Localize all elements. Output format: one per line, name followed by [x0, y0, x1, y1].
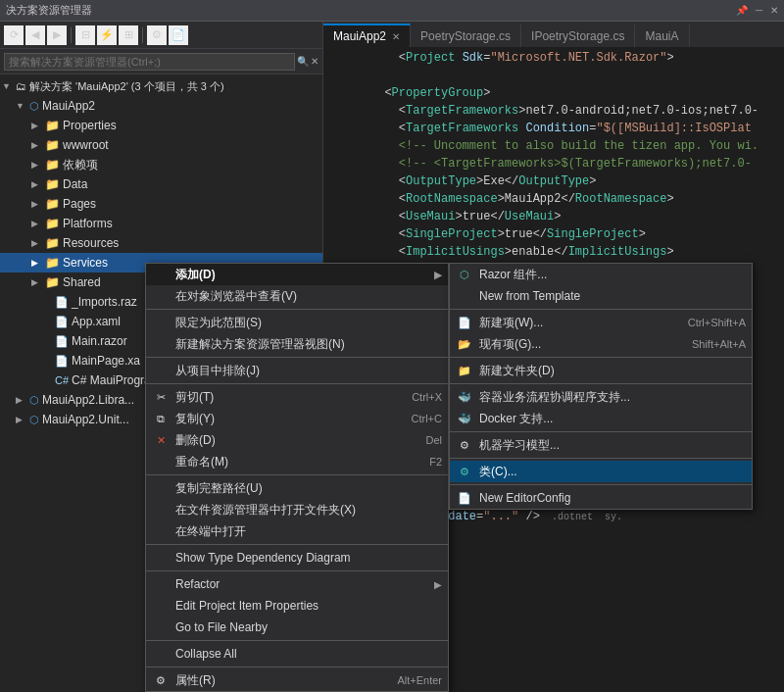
ctx-label: 属性(R) — [175, 672, 216, 689]
item-label: MauiApp2.Unit... — [42, 413, 129, 426]
ctx-label: 删除(D) — [175, 432, 216, 449]
search-clear-icon[interactable]: ✕ — [311, 56, 318, 67]
ctx-sep-6 — [146, 570, 448, 571]
close-icon[interactable]: ✕ — [770, 5, 778, 16]
project-icon: ⬡ — [29, 394, 39, 407]
sub-sep-5 — [450, 458, 752, 459]
ctx-delete[interactable]: ✕ 删除(D) Del — [146, 429, 448, 451]
ctx-label: Show Type Dependency Diagram — [175, 551, 351, 565]
tree-item-deps[interactable]: ▶ 📁 依赖项 — [0, 155, 322, 174]
tree-item-resources[interactable]: ▶ 📁 Resources — [0, 233, 322, 253]
ctx-collapse-all[interactable]: Collapse All — [146, 643, 448, 665]
delete-shortcut: Del — [425, 434, 442, 446]
tab-close-btn[interactable]: ✕ — [392, 31, 400, 42]
project-mauiapp2[interactable]: ▼ ⬡ MauiApp2 — [0, 96, 322, 116]
tree-item-data[interactable]: ▶ 📁 Data — [0, 174, 322, 194]
sub-new-folder[interactable]: 📁 新建文件夹(D) — [450, 360, 752, 381]
sub-existing-item[interactable]: 📂 现有项(G)... Shift+Alt+A — [450, 333, 752, 355]
editorconfig-icon: 📄 — [456, 492, 473, 505]
new-solution-button[interactable]: 📄 — [169, 25, 188, 45]
sub-sep-4 — [450, 431, 752, 432]
tree-item-platforms[interactable]: ▶ 📁 Platforms — [0, 214, 322, 233]
tab-mauia[interactable]: MauiA — [635, 24, 689, 47]
collapse-button[interactable]: ⊟ — [75, 25, 95, 45]
tab-label: MauiA — [645, 29, 678, 43]
code-line-10: <UseMaui>true</UseMaui> — [323, 210, 784, 227]
ctx-show-type-dep[interactable]: Show Type Dependency Diagram — [146, 547, 448, 568]
ctx-sep-8 — [146, 667, 448, 667]
ctx-open-explorer[interactable]: 在文件资源管理器中打开文件夹(X) — [146, 499, 448, 520]
sub-sep-6 — [450, 484, 752, 485]
rename-shortcut: F2 — [429, 456, 442, 468]
sub-new-editorconfig[interactable]: 📄 New EditorConfig — [450, 487, 752, 509]
ctx-view-in-browser[interactable]: 在对象浏览器中查看(V) — [146, 285, 448, 307]
ctx-properties[interactable]: ⚙ 属性(R) Alt+Enter — [146, 669, 448, 691]
ctx-label: Edit Project Item Properties — [175, 599, 318, 613]
sub-ml-model[interactable]: ⚙ 机器学习模型... — [450, 434, 752, 456]
expand-icon: ▼ — [2, 81, 16, 91]
code-line-4: <TargetFrameworks>net7.0-android;net7.0-… — [323, 104, 784, 122]
ctx-copy[interactable]: ⧉ 复制(Y) Ctrl+C — [146, 408, 448, 429]
ctx-limit-scope[interactable]: 限定为此范围(S) — [146, 312, 448, 333]
ctx-goto-file[interactable]: Go to File Nearby — [146, 617, 448, 638]
ctx-edit-props[interactable]: Edit Project Item Properties — [146, 595, 448, 617]
ctx-new-view[interactable]: 新建解决方案资源管理器视图(N) — [146, 333, 448, 355]
tab-mauiapp2[interactable]: MauiApp2 ✕ — [323, 24, 411, 47]
refactor-arrow: ▶ — [434, 579, 442, 590]
minimize-icon[interactable]: ─ — [756, 5, 762, 16]
pin-icon[interactable]: 📌 — [736, 5, 748, 16]
ctx-cut[interactable]: ✂ 剪切(T) Ctrl+X — [146, 386, 448, 408]
file-icon: 📄 — [55, 296, 69, 309]
ctx-exclude[interactable]: 从项目中排除(J) — [146, 360, 448, 381]
code-line-7: <!-- <TargetFrameworks>$(TargetFramework… — [323, 157, 784, 174]
sub-label: 类(C)... — [479, 464, 517, 480]
back-button[interactable]: ◀ — [25, 25, 45, 45]
folder-icon: 📁 — [45, 236, 60, 250]
item-label: Data — [63, 177, 87, 191]
sub-new-from-template[interactable]: New from Template — [450, 285, 752, 307]
toolbar-separator — [71, 27, 72, 43]
view-button[interactable]: ⊞ — [119, 25, 138, 45]
item-label: wwwroot — [63, 138, 109, 152]
ctx-add[interactable]: 添加(D) ▶ — [146, 264, 448, 285]
search-input[interactable] — [4, 53, 295, 71]
ctx-sep-3 — [146, 383, 448, 384]
tab-poetrystorage[interactable]: PoetryStorage.cs — [411, 24, 521, 47]
sub-docker-support[interactable]: 🐳 Docker 支持... — [450, 408, 752, 429]
folder-icon: 📁 — [45, 138, 60, 152]
ctx-open-terminal[interactable]: 在终端中打开 — [146, 520, 448, 542]
tree-item-pages[interactable]: ▶ 📁 Pages — [0, 194, 322, 214]
ml-icon: ⚙ — [456, 439, 473, 452]
sub-container-support[interactable]: 🐳 容器业务流程协调程序支持... — [450, 386, 752, 408]
delete-icon: ✕ — [152, 434, 170, 447]
ctx-label: 剪切(T) — [175, 389, 214, 406]
properties-icon: ⚙ — [152, 674, 170, 687]
sub-label: 现有项(G)... — [479, 336, 541, 353]
solution-root[interactable]: ▼ 🗂 解决方案 'MauiApp2' (3 个项目，共 3 个) — [0, 76, 322, 96]
search-submit-icon[interactable]: 🔍 — [297, 56, 309, 67]
ctx-sep-4 — [146, 474, 448, 475]
sub-class[interactable]: ⚙ 类(C)... — [450, 461, 752, 482]
folder-icon: 📁 — [45, 119, 60, 132]
ctx-sep-5 — [146, 544, 448, 545]
sub-new-item[interactable]: 📄 新建项(W)... Ctrl+Shift+A — [450, 312, 752, 333]
sync-button[interactable]: ⟳ — [4, 25, 24, 45]
settings-button[interactable]: ⚙ — [147, 25, 167, 45]
tree-item-properties[interactable]: ▶ 📁 Properties — [0, 116, 322, 135]
docker-icon: 🐳 — [456, 413, 473, 425]
item-label: MauiApp2.Libra... — [42, 393, 134, 407]
project-icon: ⬡ — [29, 414, 39, 426]
ctx-copy-fullpath[interactable]: 复制完整路径(U) — [146, 477, 448, 499]
submenu: ⬡ Razor 组件... New from Template 📄 新建项(W)… — [449, 263, 753, 510]
forward-button[interactable]: ▶ — [47, 25, 67, 45]
tree-item-wwwroot[interactable]: ▶ 📁 wwwroot — [0, 135, 322, 155]
context-menu: 添加(D) ▶ 在对象浏览器中查看(V) 限定为此范围(S) 新建解决方案资源管… — [145, 263, 449, 692]
sub-label: Docker 支持... — [479, 411, 553, 427]
ctx-refactor[interactable]: Refactor ▶ — [146, 573, 448, 595]
ctx-rename[interactable]: 重命名(M) F2 — [146, 451, 448, 472]
tab-ipoetrystorage[interactable]: IPoetryStorage.cs — [521, 24, 635, 47]
ctx-sep-1 — [146, 309, 448, 310]
sub-razor-component[interactable]: ⬡ Razor 组件... — [450, 264, 752, 285]
sub-label: New EditorConfig — [479, 491, 570, 505]
filter-button[interactable]: ⚡ — [97, 25, 117, 45]
